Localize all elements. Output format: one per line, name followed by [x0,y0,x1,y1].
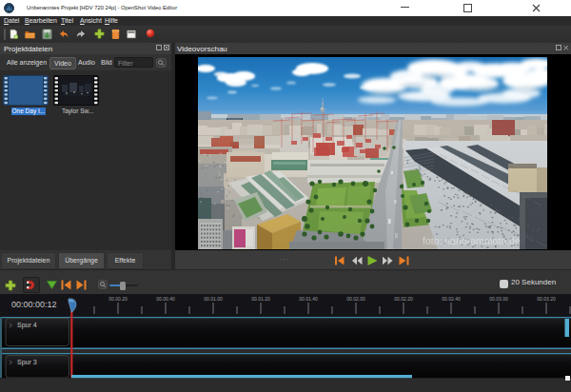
svg-text:00.01.40: 00.01.40 [299,296,318,302]
svg-text:00.02.20: 00.02.20 [394,296,413,302]
svg-text:Spur 3: Spur 3 [17,359,37,366]
svg-text:Spur 4: Spur 4 [17,322,37,329]
svg-text:00.00.40: 00.00.40 [156,296,175,302]
svg-text:00.02.40: 00.02.40 [442,296,461,302]
svg-text:00.01.00: 00.01.00 [204,296,223,302]
svg-text:00.02.00: 00.02.00 [346,296,365,302]
svg-text:00.03.20: 00.03.20 [537,296,556,302]
svg-text:00.01.20: 00.01.20 [251,296,270,302]
svg-text:00.03.00: 00.03.00 [489,296,508,302]
svg-text:00.00.20: 00.00.20 [108,296,128,302]
svg-text:foto: panoramafoto.de: foto: panoramafoto.de [423,235,521,246]
